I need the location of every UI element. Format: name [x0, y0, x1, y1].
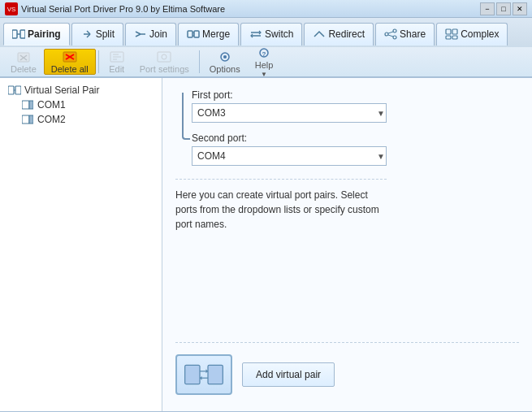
svg-rect-46	[29, 101, 33, 109]
pair-diagram-icon	[175, 354, 232, 395]
svg-point-19	[393, 36, 396, 39]
options-label: Options	[210, 64, 240, 74]
delete-button[interactable]: Delete	[3, 49, 44, 75]
tab-pairing-label: Pairing	[28, 28, 61, 40]
tab-share-label: Share	[400, 28, 426, 40]
tab-complex[interactable]: Complex	[436, 23, 508, 46]
pair-arrows-svg	[184, 362, 224, 387]
second-port-group: Second port: COM3 COM4 COM5 ▼	[192, 132, 519, 166]
join-icon	[134, 28, 147, 41]
svg-point-18	[385, 33, 388, 36]
edit-label: Edit	[109, 64, 124, 74]
bottom-area: Add virtual pair	[175, 342, 519, 395]
tab-redirect[interactable]: Redirect	[304, 23, 374, 46]
complex-icon	[445, 28, 458, 41]
delete-all-label: Delete all	[51, 64, 89, 74]
help-label: Help	[255, 60, 274, 70]
maximize-button[interactable]: □	[496, 2, 511, 15]
svg-rect-2	[12, 30, 17, 38]
info-text: Here you can create virtual port pairs. …	[175, 179, 387, 232]
title-bar: VS Virtual Serial Port Driver Pro 9.0 by…	[0, 0, 532, 18]
tab-join-label: Join	[149, 28, 167, 40]
svg-rect-25	[452, 36, 457, 39]
tree-root[interactable]: Virtual Serial Pair	[5, 83, 157, 98]
help-icon: ?	[256, 46, 272, 59]
pairing-icon	[12, 28, 25, 41]
svg-rect-49	[185, 365, 200, 384]
tab-redirect-label: Redirect	[328, 28, 365, 40]
help-dropdown-arrow: ▼	[261, 71, 267, 78]
right-panel: First port: COM3 COM4 COM5 ▼ Second port…	[162, 78, 532, 411]
tab-switch[interactable]: Switch	[240, 23, 302, 46]
options-button[interactable]: Options	[202, 49, 248, 75]
tab-merge[interactable]: Merge	[178, 23, 239, 46]
com2-icon	[21, 114, 34, 125]
svg-rect-36	[158, 52, 171, 62]
port-settings-icon	[156, 50, 172, 63]
port-settings-label: Port settings	[140, 64, 189, 74]
svg-rect-48	[29, 115, 33, 124]
svg-rect-50	[208, 365, 223, 384]
svg-rect-24	[446, 36, 451, 39]
delete-icon	[15, 50, 32, 63]
tab-share[interactable]: Share	[375, 23, 435, 46]
app-title: Virtual Serial Port Driver Pro 9.0 by El…	[21, 4, 225, 14]
svg-point-17	[393, 29, 396, 33]
first-port-select[interactable]: COM3 COM4 COM5	[192, 103, 387, 123]
svg-rect-3	[20, 30, 25, 38]
main-tabs: Pairing Split Join	[0, 18, 532, 47]
main-content: Virtual Serial Pair COM1 COM2	[0, 78, 532, 411]
com2-label: COM2	[37, 114, 66, 125]
tab-complex-label: Complex	[461, 28, 499, 40]
port-settings-button[interactable]: Port settings	[132, 49, 197, 75]
com1-label: COM1	[37, 99, 66, 111]
minimize-button[interactable]: −	[480, 2, 495, 15]
left-panel: Virtual Serial Pair COM1 COM2	[0, 78, 162, 411]
first-port-label: First port:	[192, 89, 519, 101]
delete-all-icon	[62, 50, 78, 63]
svg-line-8	[136, 32, 141, 34]
svg-point-37	[162, 54, 167, 59]
svg-text:?: ?	[262, 50, 266, 58]
merge-icon	[187, 28, 200, 41]
first-port-select-wrapper: COM3 COM4 COM5 ▼	[192, 103, 387, 123]
tree-item-com1[interactable]: COM1	[5, 98, 157, 112]
help-button[interactable]: ? Help ▼	[248, 49, 281, 75]
add-virtual-pair-button[interactable]: Add virtual pair	[242, 362, 335, 387]
tab-split[interactable]: Split	[71, 23, 123, 46]
svg-rect-42	[8, 86, 14, 94]
edit-button[interactable]: Edit	[102, 49, 132, 75]
svg-line-21	[388, 35, 393, 37]
toolbar-separator-1	[98, 50, 99, 73]
window-controls: − □ ✕	[480, 2, 527, 15]
first-port-group: First port: COM3 COM4 COM5 ▼	[192, 89, 519, 123]
svg-line-9	[136, 34, 141, 37]
edit-icon	[109, 50, 125, 63]
close-button[interactable]: ✕	[513, 2, 527, 15]
tab-pairing[interactable]: Pairing	[3, 23, 70, 46]
action-toolbar: Delete Delete all Edit	[0, 47, 532, 78]
tree-root-label: Virtual Serial Pair	[24, 85, 99, 96]
svg-rect-11	[188, 31, 192, 37]
second-port-select[interactable]: COM3 COM4 COM5	[192, 146, 387, 166]
connector-line	[182, 93, 190, 140]
tab-join[interactable]: Join	[125, 23, 176, 46]
delete-all-button[interactable]: Delete all	[44, 49, 96, 75]
tree-item-com2[interactable]: COM2	[5, 112, 157, 127]
svg-text:VS: VS	[7, 6, 16, 13]
svg-rect-43	[15, 86, 21, 94]
toolbar-separator-2	[199, 50, 200, 73]
switch-icon	[249, 28, 262, 41]
app-icon: VS	[5, 2, 18, 15]
svg-rect-23	[452, 29, 457, 34]
split-icon	[80, 28, 93, 41]
add-virtual-pair-label: Add virtual pair	[256, 369, 321, 380]
svg-rect-45	[22, 101, 29, 109]
tab-merge-label: Merge	[202, 28, 230, 40]
tree-root-icon	[8, 85, 21, 96]
second-port-label: Second port:	[192, 132, 519, 144]
delete-label: Delete	[11, 64, 37, 74]
options-icon	[217, 50, 233, 63]
svg-rect-22	[446, 29, 451, 34]
svg-line-20	[388, 32, 393, 33]
